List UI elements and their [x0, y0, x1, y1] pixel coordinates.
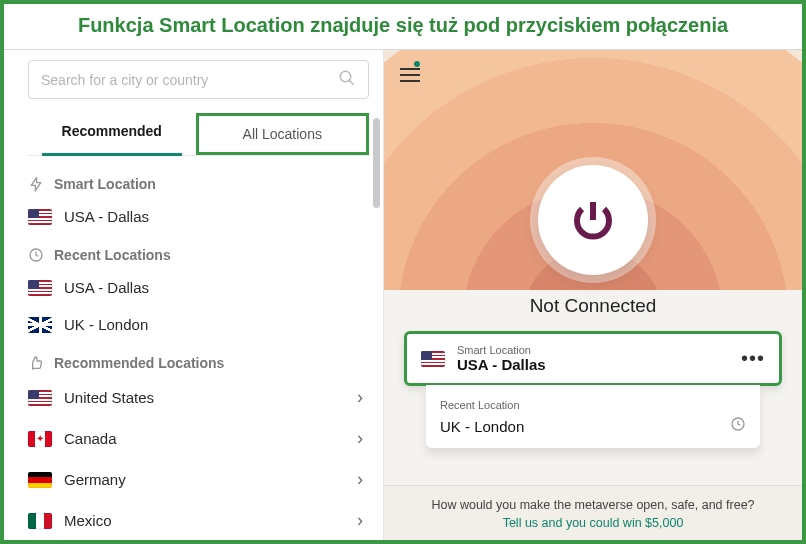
- tabs: Recommended All Locations: [28, 113, 369, 156]
- search-box[interactable]: [28, 60, 369, 99]
- location-item-germany[interactable]: Germany ›: [28, 459, 363, 500]
- section-title: Recent Locations: [54, 247, 171, 263]
- clock-icon: [730, 416, 746, 436]
- flag-ca-icon: [28, 431, 52, 447]
- recent-location-label: Recent Location: [440, 399, 520, 411]
- section-title: Recommended Locations: [54, 355, 224, 371]
- chevron-right-icon: ›: [357, 510, 363, 531]
- location-label: Mexico: [64, 512, 112, 529]
- promo-cta: Tell us and you could win $5,000: [414, 516, 772, 530]
- thumbs-up-icon: [28, 355, 44, 371]
- more-options-button[interactable]: •••: [741, 347, 765, 370]
- annotation-banner: Funkcja Smart Location znajduje się tuż …: [4, 4, 802, 50]
- location-panel: Recommended All Locations Smart Location…: [4, 50, 384, 540]
- flag-us-icon: [421, 351, 445, 367]
- smart-location-label: Smart Location: [457, 344, 546, 356]
- tab-all-locations[interactable]: All Locations: [196, 113, 370, 155]
- svg-point-0: [340, 71, 351, 82]
- svg-line-1: [349, 80, 354, 85]
- location-item-usa-dallas[interactable]: USA - Dallas: [28, 198, 363, 235]
- connection-panel: Not Connected Smart Location USA - Dalla…: [384, 50, 802, 540]
- location-item-canada[interactable]: Canada ›: [28, 418, 363, 459]
- location-label: Canada: [64, 430, 117, 447]
- location-item-uk-london[interactable]: UK - London: [28, 306, 363, 343]
- lightning-icon: [28, 176, 44, 192]
- recent-location-card[interactable]: Recent Location UK - London: [426, 385, 760, 448]
- chevron-right-icon: ›: [357, 428, 363, 449]
- search-input[interactable]: [41, 72, 338, 88]
- section-recommended-locations: Recommended Locations: [28, 343, 363, 377]
- location-item-usa-dallas-recent[interactable]: USA - Dallas: [28, 269, 363, 306]
- location-list: Smart Location USA - Dallas Recent Locat…: [28, 164, 369, 540]
- power-icon: [569, 196, 617, 244]
- tab-recommended[interactable]: Recommended: [28, 113, 196, 155]
- location-label: UK - London: [64, 316, 148, 333]
- location-label: Germany: [64, 471, 126, 488]
- recent-location-value: UK - London: [440, 418, 524, 435]
- section-smart-location: Smart Location: [28, 164, 363, 198]
- promo-text: How would you make the metaverse open, s…: [414, 498, 772, 512]
- promo-banner[interactable]: How would you make the metaverse open, s…: [384, 485, 802, 540]
- location-label: USA - Dallas: [64, 279, 149, 296]
- annotation-text: Funkcja Smart Location znajduje się tuż …: [78, 14, 728, 36]
- smart-location-card[interactable]: Smart Location USA - Dallas •••: [404, 331, 782, 386]
- section-title: Smart Location: [54, 176, 156, 192]
- connect-button[interactable]: [538, 165, 648, 275]
- clock-icon: [28, 247, 44, 263]
- flag-us-icon: [28, 280, 52, 296]
- section-recent-locations: Recent Locations: [28, 235, 363, 269]
- flag-uk-icon: [28, 317, 52, 333]
- flag-us-icon: [28, 390, 52, 406]
- location-item-united-states[interactable]: United States ›: [28, 377, 363, 418]
- connection-status: Not Connected: [384, 295, 802, 317]
- scrollbar-thumb[interactable]: [373, 118, 380, 208]
- flag-mx-icon: [28, 513, 52, 529]
- location-item-mexico[interactable]: Mexico ›: [28, 500, 363, 540]
- chevron-right-icon: ›: [357, 387, 363, 408]
- location-label: USA - Dallas: [64, 208, 149, 225]
- notification-dot-icon: [414, 61, 420, 67]
- chevron-right-icon: ›: [357, 469, 363, 490]
- search-icon: [338, 69, 356, 90]
- smart-location-value: USA - Dallas: [457, 356, 546, 373]
- menu-button[interactable]: [400, 64, 420, 86]
- flag-us-icon: [28, 209, 52, 225]
- flag-de-icon: [28, 472, 52, 488]
- location-label: United States: [64, 389, 154, 406]
